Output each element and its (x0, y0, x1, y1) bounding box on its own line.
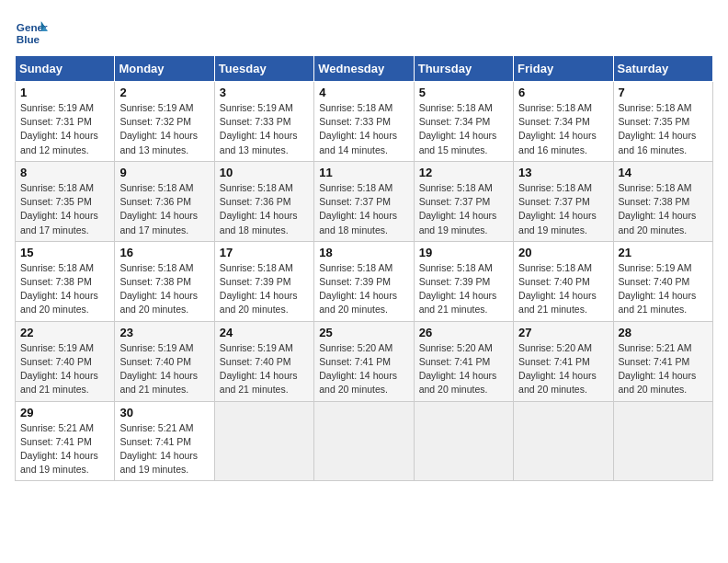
day-info: Sunrise: 5:18 AMSunset: 7:37 PMDaylight:… (518, 181, 608, 237)
day-number: 4 (319, 86, 408, 99)
calendar-header-row: SundayMondayTuesdayWednesdayThursdayFrid… (16, 56, 713, 82)
day-info: Sunrise: 5:19 AMSunset: 7:40 PMDaylight:… (20, 341, 109, 397)
calendar-day-cell: 5Sunrise: 5:18 AMSunset: 7:34 PMDaylight… (414, 82, 513, 162)
day-number: 19 (419, 246, 508, 259)
weekday-header: Friday (514, 56, 613, 82)
calendar-day-cell: 1Sunrise: 5:19 AMSunset: 7:31 PMDaylight… (16, 82, 115, 162)
calendar-day-cell: 12Sunrise: 5:18 AMSunset: 7:37 PMDayligh… (414, 161, 513, 241)
day-info: Sunrise: 5:18 AMSunset: 7:36 PMDaylight:… (119, 181, 209, 237)
calendar-day-cell: 18Sunrise: 5:18 AMSunset: 7:39 PMDayligh… (314, 241, 414, 321)
calendar-day-cell (314, 401, 414, 481)
weekday-header: Sunday (16, 56, 115, 82)
calendar-day-cell: 23Sunrise: 5:19 AMSunset: 7:40 PMDayligh… (115, 321, 214, 401)
calendar-day-cell: 20Sunrise: 5:18 AMSunset: 7:40 PMDayligh… (514, 241, 613, 321)
day-number: 6 (518, 86, 608, 99)
day-info: Sunrise: 5:21 AMSunset: 7:41 PMDaylight:… (619, 341, 708, 397)
calendar-day-cell: 22Sunrise: 5:19 AMSunset: 7:40 PMDayligh… (16, 321, 115, 401)
day-info: Sunrise: 5:18 AMSunset: 7:39 PMDaylight:… (319, 261, 408, 317)
calendar-day-cell: 13Sunrise: 5:18 AMSunset: 7:37 PMDayligh… (514, 161, 613, 241)
day-number: 14 (619, 166, 708, 179)
day-info: Sunrise: 5:18 AMSunset: 7:35 PMDaylight:… (619, 101, 708, 157)
day-number: 25 (319, 326, 408, 339)
weekday-header: Tuesday (214, 56, 313, 82)
calendar-day-cell: 26Sunrise: 5:20 AMSunset: 7:41 PMDayligh… (414, 321, 513, 401)
logo: General Blue (15, 15, 48, 48)
calendar-day-cell (514, 401, 613, 481)
day-number: 27 (518, 326, 608, 339)
calendar-day-cell: 29Sunrise: 5:21 AMSunset: 7:41 PMDayligh… (16, 401, 115, 481)
day-info: Sunrise: 5:19 AMSunset: 7:31 PMDaylight:… (20, 101, 109, 157)
calendar-day-cell: 24Sunrise: 5:19 AMSunset: 7:40 PMDayligh… (214, 321, 313, 401)
day-info: Sunrise: 5:18 AMSunset: 7:33 PMDaylight:… (319, 101, 408, 157)
day-number: 18 (319, 246, 408, 259)
calendar-day-cell: 2Sunrise: 5:19 AMSunset: 7:32 PMDaylight… (115, 82, 214, 162)
day-number: 23 (119, 326, 209, 339)
day-number: 24 (220, 326, 309, 339)
calendar-day-cell (214, 401, 313, 481)
calendar-week-row: 22Sunrise: 5:19 AMSunset: 7:40 PMDayligh… (16, 321, 713, 401)
day-info: Sunrise: 5:20 AMSunset: 7:41 PMDaylight:… (518, 341, 608, 397)
day-info: Sunrise: 5:18 AMSunset: 7:38 PMDaylight:… (619, 181, 708, 237)
day-info: Sunrise: 5:19 AMSunset: 7:40 PMDaylight:… (220, 341, 309, 397)
day-info: Sunrise: 5:18 AMSunset: 7:38 PMDaylight:… (20, 261, 109, 317)
logo-icon: General Blue (15, 15, 48, 48)
calendar-day-cell: 30Sunrise: 5:21 AMSunset: 7:41 PMDayligh… (115, 401, 214, 481)
day-info: Sunrise: 5:18 AMSunset: 7:39 PMDaylight:… (220, 261, 309, 317)
page-header: General Blue (15, 15, 713, 48)
day-number: 16 (119, 246, 209, 259)
weekday-header: Thursday (414, 56, 513, 82)
day-number: 8 (20, 166, 109, 179)
calendar-day-cell: 25Sunrise: 5:20 AMSunset: 7:41 PMDayligh… (314, 321, 414, 401)
day-number: 3 (220, 86, 309, 99)
calendar-week-row: 15Sunrise: 5:18 AMSunset: 7:38 PMDayligh… (16, 241, 713, 321)
day-number: 22 (20, 326, 109, 339)
calendar-day-cell: 6Sunrise: 5:18 AMSunset: 7:34 PMDaylight… (514, 82, 613, 162)
day-number: 12 (419, 166, 508, 179)
day-number: 28 (619, 326, 708, 339)
day-info: Sunrise: 5:18 AMSunset: 7:38 PMDaylight:… (119, 261, 209, 317)
calendar-day-cell (414, 401, 513, 481)
day-number: 26 (419, 326, 508, 339)
calendar-day-cell: 28Sunrise: 5:21 AMSunset: 7:41 PMDayligh… (613, 321, 712, 401)
day-info: Sunrise: 5:18 AMSunset: 7:40 PMDaylight:… (518, 261, 608, 317)
calendar-day-cell: 8Sunrise: 5:18 AMSunset: 7:35 PMDaylight… (16, 161, 115, 241)
calendar-day-cell: 9Sunrise: 5:18 AMSunset: 7:36 PMDaylight… (115, 161, 214, 241)
day-number: 7 (619, 86, 708, 99)
day-info: Sunrise: 5:19 AMSunset: 7:40 PMDaylight:… (619, 261, 708, 317)
calendar-day-cell: 7Sunrise: 5:18 AMSunset: 7:35 PMDaylight… (613, 82, 712, 162)
day-info: Sunrise: 5:20 AMSunset: 7:41 PMDaylight:… (319, 341, 408, 397)
day-number: 29 (20, 406, 109, 419)
day-number: 10 (220, 166, 309, 179)
day-info: Sunrise: 5:18 AMSunset: 7:35 PMDaylight:… (20, 181, 109, 237)
day-number: 11 (319, 166, 408, 179)
day-info: Sunrise: 5:21 AMSunset: 7:41 PMDaylight:… (20, 421, 109, 477)
day-info: Sunrise: 5:18 AMSunset: 7:37 PMDaylight:… (419, 181, 508, 237)
calendar-day-cell: 27Sunrise: 5:20 AMSunset: 7:41 PMDayligh… (514, 321, 613, 401)
calendar-day-cell: 10Sunrise: 5:18 AMSunset: 7:36 PMDayligh… (214, 161, 313, 241)
day-number: 20 (518, 246, 608, 259)
day-number: 17 (220, 246, 309, 259)
calendar-day-cell: 4Sunrise: 5:18 AMSunset: 7:33 PMDaylight… (314, 82, 414, 162)
day-info: Sunrise: 5:18 AMSunset: 7:36 PMDaylight:… (220, 181, 309, 237)
calendar-day-cell: 15Sunrise: 5:18 AMSunset: 7:38 PMDayligh… (16, 241, 115, 321)
calendar-day-cell: 3Sunrise: 5:19 AMSunset: 7:33 PMDaylight… (214, 82, 313, 162)
calendar-day-cell: 14Sunrise: 5:18 AMSunset: 7:38 PMDayligh… (613, 161, 712, 241)
day-number: 1 (20, 86, 109, 99)
day-info: Sunrise: 5:19 AMSunset: 7:40 PMDaylight:… (119, 341, 209, 397)
day-info: Sunrise: 5:20 AMSunset: 7:41 PMDaylight:… (419, 341, 508, 397)
svg-text:Blue: Blue (17, 33, 40, 45)
day-number: 15 (20, 246, 109, 259)
day-number: 13 (518, 166, 608, 179)
calendar-week-row: 8Sunrise: 5:18 AMSunset: 7:35 PMDaylight… (16, 161, 713, 241)
day-number: 2 (119, 86, 209, 99)
day-number: 5 (419, 86, 508, 99)
calendar-day-cell: 17Sunrise: 5:18 AMSunset: 7:39 PMDayligh… (214, 241, 313, 321)
day-info: Sunrise: 5:18 AMSunset: 7:34 PMDaylight:… (419, 101, 508, 157)
day-number: 30 (119, 406, 209, 419)
calendar-table: SundayMondayTuesdayWednesdayThursdayFrid… (15, 55, 713, 481)
calendar-week-row: 1Sunrise: 5:19 AMSunset: 7:31 PMDaylight… (16, 82, 713, 162)
day-info: Sunrise: 5:19 AMSunset: 7:32 PMDaylight:… (119, 101, 209, 157)
calendar-day-cell (613, 401, 712, 481)
weekday-header: Wednesday (314, 56, 414, 82)
day-info: Sunrise: 5:18 AMSunset: 7:39 PMDaylight:… (419, 261, 508, 317)
